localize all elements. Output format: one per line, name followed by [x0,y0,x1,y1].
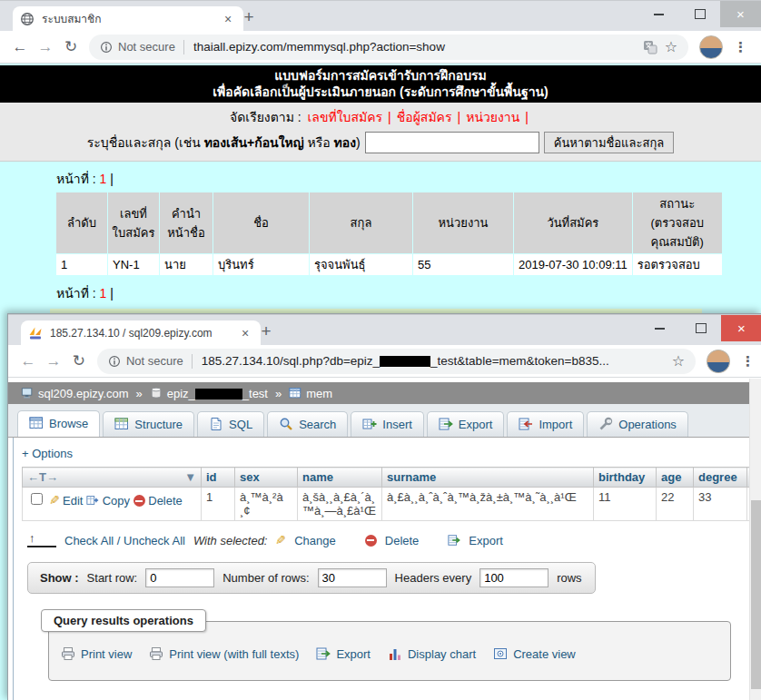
display-chart-link[interactable]: Display chart [408,647,476,661]
options-toggle[interactable]: + Options [22,447,761,460]
row-actions: ✎ Edit Copy Delete [23,488,202,521]
page-indicator-top: หน้าที่ : 1 | [56,169,761,189]
col-header-id[interactable]: id [202,468,235,488]
address-bar[interactable]: Not secure 185.27.134.10/sql.php?db=epiz… [97,349,696,374]
vertical-scrollbar[interactable] [749,379,761,700]
start-row-input[interactable] [145,568,214,587]
forward-button[interactable]: → [33,38,58,56]
tab-search[interactable]: Search [267,411,348,437]
breadcrumb-database-link[interactable]: epiz__test [167,387,268,400]
search-button[interactable]: ค้นหาตามชื่อและสกุล [544,132,675,153]
profile-avatar[interactable] [707,350,730,373]
copy-link[interactable]: Copy [103,494,130,508]
new-tab-button[interactable]: + [238,7,260,27]
col-header-name[interactable]: name [298,468,382,488]
breadcrumb-table-link[interactable]: mem [306,387,332,400]
tab-import[interactable]: Import [507,411,584,437]
bookmark-star-icon[interactable]: ☆ [672,352,685,370]
maximize-button[interactable] [680,315,721,341]
close-window-button[interactable]: × [720,1,761,27]
col-header: ลำดับ [56,192,107,253]
tab-close-icon[interactable]: × [220,12,236,26]
minimize-button[interactable] [638,1,679,27]
minimize-button[interactable] [639,315,680,341]
page-number-link[interactable]: 1 [100,172,107,186]
redaction-box [195,389,242,399]
back-button[interactable]: ← [15,352,41,370]
browser-tab-thaiall[interactable]: ระบบสมาชิก × [13,6,243,31]
forward-button[interactable]: → [41,352,66,370]
num-rows-label: Number of rows: [222,571,309,585]
back-button[interactable]: ← [7,38,33,56]
window-controls: × [638,1,761,27]
tab-strip: ระบบสมาชิก × + × [0,0,761,31]
new-tab-button[interactable]: + [255,321,277,341]
browser-menu-icon[interactable]: ⋮ [741,353,755,370]
print-view-full-link[interactable]: Print view (with full texts) [169,647,299,661]
sort-link-regno[interactable]: เลขที่ใบสมัคร [308,110,383,124]
browser-window-phpmyadmin: 185.27.134.10 / sql209.epizy.com × + × ←… [7,313,761,700]
address-bar[interactable]: Not secure thaiall.epizy.com/memmysql.ph… [89,35,688,60]
col-header-age[interactable]: age [657,468,694,488]
reload-button[interactable]: ↻ [66,351,92,370]
cell-status: รอตรวจสอบ [633,254,722,275]
reload-button[interactable]: ↻ [58,37,84,56]
pma-breadcrumb: sql209.epizy.com » epiz__test » mem [8,382,761,404]
maximize-button[interactable] [679,1,720,27]
show-options-bar: Show : Start row: Number of rows: Header… [27,562,596,594]
tab-sql[interactable]: SQL [197,411,264,437]
page-number-link[interactable]: 1 [100,286,107,301]
bookmark-star-icon[interactable]: ☆ [665,38,677,55]
row-checkbox[interactable] [31,493,43,505]
transpose-icon[interactable]: ←T→ [27,470,58,484]
info-icon[interactable] [100,41,113,54]
check-all-link[interactable]: Check All / Uncheck All [64,534,185,547]
sort-link-name[interactable]: ชื่อผู้สมัคร [397,110,452,124]
col-header: สถานะ (ตรวจสอบ คุณสมบัติ) [633,192,722,253]
tab-structure[interactable]: Structure [103,411,194,437]
breadcrumb-server-link[interactable]: sql209.epizy.com [38,387,128,400]
num-rows-input[interactable] [318,568,387,587]
close-window-button[interactable]: × [721,315,761,341]
search-icon [279,417,293,431]
col-header-birthday[interactable]: birthday [594,468,657,488]
export-selected-link[interactable]: Export [469,534,503,547]
headers-every-input[interactable] [479,568,549,587]
browser-menu-icon[interactable]: ⋮ [734,39,747,55]
tab-strip: 185.27.134.10 / sql209.epizy.com × + × [8,314,761,345]
edit-link[interactable]: Edit [63,494,83,508]
dropdown-icon[interactable]: ▼ [184,470,196,484]
print-view-link[interactable]: Print view [81,647,132,661]
name-search-input[interactable] [365,132,539,153]
change-pencil-icon: ✎ [275,533,286,547]
delete-selected-link[interactable]: Delete [385,534,420,547]
not-secure-label[interactable]: Not secure [118,40,175,54]
delete-link[interactable]: Delete [148,494,183,508]
sort-link-org[interactable]: หน่วยงาน [466,110,519,124]
col-header-degree[interactable]: degree [694,468,747,488]
export-link[interactable]: Export [336,647,371,661]
cell-age: 22 [657,488,694,521]
col-header: สกุล [310,192,412,253]
profile-avatar[interactable] [699,35,723,59]
col-header-sex[interactable]: sex [235,468,298,488]
translate-icon[interactable] [643,40,657,54]
tab-operations[interactable]: Operations [587,411,688,437]
url-text[interactable]: 185.27.134.10/sql.php?db=epiz__test&tabl… [202,354,665,368]
tab-insert[interactable]: Insert [351,411,424,437]
change-link[interactable]: Change [294,534,336,547]
not-secure-label[interactable]: Not secure [126,354,183,368]
tab-export[interactable]: Export [427,411,505,437]
tab-close-icon[interactable]: × [237,326,253,340]
search-line: ระบุชื่อและสกุล (เช่น ทองเส้น+ก้อนใหญ่ ห… [0,132,761,153]
col-header: หน่วยงาน [413,192,513,253]
url-text[interactable]: thaiall.epizy.com/memmysql.php?action=sh… [193,40,643,54]
col-header-surname[interactable]: surname [382,468,594,488]
window-controls: × [639,315,761,341]
create-view-link[interactable]: Create view [513,647,576,661]
info-icon[interactable] [108,355,121,368]
browser-tab-phpmyadmin[interactable]: 185.27.134.10 / sql209.epizy.com × [21,320,261,345]
tab-browse[interactable]: Browse [17,410,100,437]
page-indicator-bottom: หน้าที่ : 1 | [56,283,761,303]
scrollbar-thumb[interactable] [751,500,761,689]
